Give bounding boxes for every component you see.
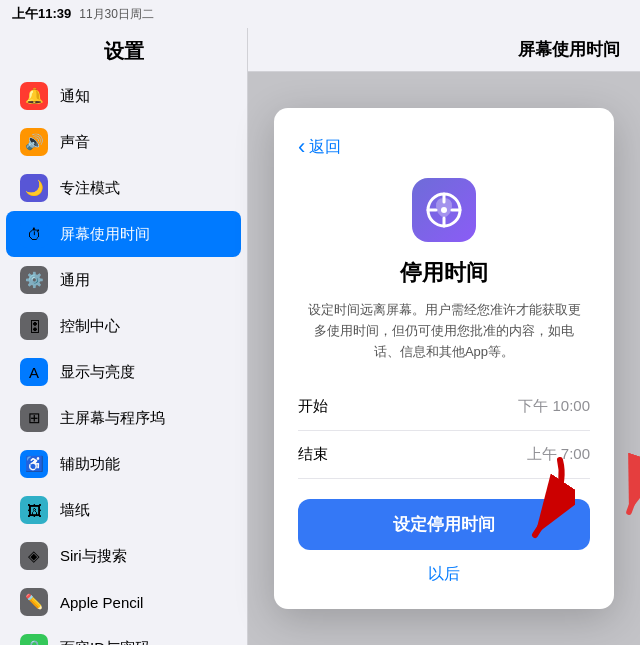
sidebar-item-focus[interactable]: 🌙专注模式: [6, 165, 241, 211]
accessibility-label: 辅助功能: [60, 455, 120, 474]
sidebar-item-sound[interactable]: 🔊声音: [6, 119, 241, 165]
siri-icon: ◈: [20, 542, 48, 570]
row-label-1: 结束: [298, 445, 328, 464]
display-label: 显示与亮度: [60, 363, 135, 382]
accessibility-icon: ♿: [20, 450, 48, 478]
sound-label: 声音: [60, 133, 90, 152]
modal-icon-wrap: [298, 178, 590, 242]
notifications-icon: 🔔: [20, 82, 48, 110]
sidebar-title: 设置: [0, 28, 247, 73]
sidebar-item-display[interactable]: A显示与亮度: [6, 349, 241, 395]
content-title: 屏幕使用时间: [518, 38, 620, 61]
pointing-arrow: [495, 450, 575, 550]
sidebar-item-accessibility[interactable]: ♿辅助功能: [6, 441, 241, 487]
sound-icon: 🔊: [20, 128, 48, 156]
status-date: 11月30日周二: [79, 6, 154, 23]
screen-time-icon: ⏱: [20, 220, 48, 248]
general-icon: ⚙️: [20, 266, 48, 294]
sidebar-item-notifications[interactable]: 🔔通知: [6, 73, 241, 119]
sidebar-item-control-center[interactable]: 🎛控制中心: [6, 303, 241, 349]
content-area: 屏幕使用时间 返回: [248, 28, 640, 645]
sidebar: 设置 🔔通知🔊声音🌙专注模式⏱屏幕使用时间⚙️通用🎛控制中心A显示与亮度⊞主屏幕…: [0, 28, 248, 645]
sidebar-item-home-screen[interactable]: ⊞主屏幕与程序坞: [6, 395, 241, 441]
home-screen-icon: ⊞: [20, 404, 48, 432]
face-id-label: 面容ID与密码: [60, 639, 150, 646]
general-label: 通用: [60, 271, 90, 290]
main-layout: 设置 🔔通知🔊声音🌙专注模式⏱屏幕使用时间⚙️通用🎛控制中心A显示与亮度⊞主屏幕…: [0, 28, 640, 645]
sidebar-item-general[interactable]: ⚙️通用: [6, 257, 241, 303]
content-header: 屏幕使用时间: [248, 28, 640, 72]
screen-time-label: 屏幕使用时间: [60, 225, 150, 244]
apple-pencil-label: Apple Pencil: [60, 594, 143, 611]
apple-pencil-icon: ✏️: [20, 588, 48, 616]
modal-title: 停用时间: [298, 258, 590, 288]
focus-label: 专注模式: [60, 179, 120, 198]
status-bar: 上午11:39 11月30日周二: [0, 0, 640, 28]
face-id-icon: 🔒: [20, 634, 48, 645]
status-time: 上午11:39: [12, 5, 71, 23]
sidebar-item-siri[interactable]: ◈Siri与搜索: [6, 533, 241, 579]
modal-row-0[interactable]: 开始下午 10:00: [298, 383, 590, 431]
row-label-0: 开始: [298, 397, 328, 416]
notifications-label: 通知: [60, 87, 90, 106]
modal-overlay: 返回 停用时间 设定时: [248, 72, 640, 645]
modal-description: 设定时间远离屏幕。用户需经您准许才能获取更多使用时间，但仍可使用您批准的内容，如…: [298, 300, 590, 362]
control-center-icon: 🎛: [20, 312, 48, 340]
focus-icon: 🌙: [20, 174, 48, 202]
wallpaper-label: 墙纸: [60, 501, 90, 520]
later-button[interactable]: 以后: [298, 564, 590, 585]
display-icon: A: [20, 358, 48, 386]
modal-app-icon: [412, 178, 476, 242]
sidebar-items-container: 🔔通知🔊声音🌙专注模式⏱屏幕使用时间⚙️通用🎛控制中心A显示与亮度⊞主屏幕与程序…: [0, 73, 247, 645]
row-value-0: 下午 10:00: [518, 397, 590, 416]
back-button[interactable]: 返回: [298, 136, 590, 158]
sidebar-item-apple-pencil[interactable]: ✏️Apple Pencil: [6, 579, 241, 625]
sidebar-item-screen-time[interactable]: ⏱屏幕使用时间: [6, 211, 241, 257]
home-screen-label: 主屏幕与程序坞: [60, 409, 165, 428]
control-center-label: 控制中心: [60, 317, 120, 336]
wallpaper-icon: 🖼: [20, 496, 48, 524]
sidebar-item-wallpaper[interactable]: 🖼墙纸: [6, 487, 241, 533]
red-arrow: [594, 439, 640, 529]
sidebar-item-face-id[interactable]: 🔒面容ID与密码: [6, 625, 241, 645]
siri-label: Siri与搜索: [60, 547, 127, 566]
svg-point-5: [441, 207, 447, 213]
